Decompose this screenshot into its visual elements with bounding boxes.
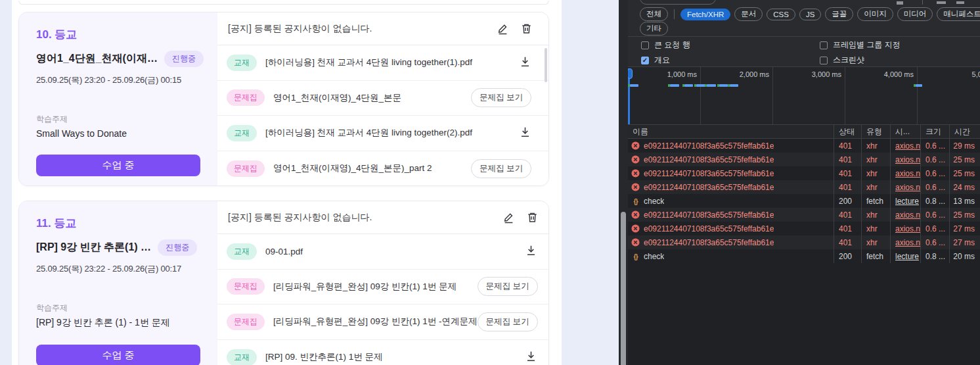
initiator-link[interactable]: lecture (895, 197, 919, 206)
error-status-icon (631, 224, 640, 233)
request-name-cell[interactable]: e0921124407108f3a65c575feffab61e (628, 208, 834, 222)
option-checkbox-1[interactable]: 큰 요청 행 (641, 39, 690, 51)
option-checkbox-3[interactable]: ✓개요 (641, 55, 670, 66)
trash-icon[interactable] (520, 22, 533, 36)
request-row[interactable]: e0921124407108f3a65c575feffab61e401xhrax… (628, 153, 980, 166)
edit-icon[interactable] (496, 22, 509, 36)
type-cell: xhr (862, 180, 891, 194)
material-row[interactable]: 문제집 [리딩파워_유형편_완성] 09강 빈칸(1) 1번 문제 문제집 보기 (217, 270, 549, 305)
overview-tick-label: 5,00 (950, 70, 980, 78)
request-row[interactable]: e0921124407108f3a65c575feffab61e401xhrax… (628, 139, 980, 153)
error-status-icon (631, 183, 640, 191)
column-header-6[interactable]: 시간 (950, 125, 980, 138)
type-cell: xhr (862, 235, 891, 249)
filter-chip-fetch-xhr[interactable]: Fetch/XHR (680, 9, 730, 20)
network-overview-timeline[interactable]: 1,000 ms2,000 ms3,000 ms4,000 ms5,00 (628, 67, 980, 125)
column-header-3[interactable]: 유형 (862, 125, 891, 138)
view-workbook-button[interactable]: 문제집 보기 (471, 159, 531, 178)
filter-chip-미디어[interactable]: 미디어 (897, 7, 933, 21)
request-name-cell[interactable]: {}check (628, 194, 834, 208)
material-row[interactable]: 교재 [하이러닝용] 천재 교과서 4단원 living together(1)… (217, 45, 548, 81)
type-cell: xhr (862, 166, 891, 180)
request-name-cell[interactable]: e0921124407108f3a65c575feffab61e (628, 235, 834, 249)
request-name-cell[interactable]: e0921124407108f3a65c575feffab61e (628, 139, 834, 153)
material-row[interactable]: 교재 09-01.pdf (217, 234, 549, 270)
filter-chip-이미지[interactable]: 이미지 (857, 7, 893, 21)
filter-chip-기타[interactable]: 기타 (640, 22, 668, 36)
in-class-button[interactable]: 수업 중 (36, 345, 200, 365)
download-icon[interactable] (525, 244, 538, 257)
overview-tick-label: 2,000 ms (733, 70, 769, 78)
download-icon[interactable] (525, 350, 538, 363)
request-name-cell[interactable]: e0921124407108f3a65c575feffab61e (628, 222, 834, 235)
filter-chip-js[interactable]: JS (799, 9, 821, 20)
request-row[interactable]: {}check200fetchlecture0.8 ...13 ms (628, 194, 980, 208)
request-row[interactable]: e0921124407108f3a65c575feffab61e401xhrax… (628, 166, 980, 180)
column-header-1[interactable]: 이름 (628, 125, 834, 138)
request-row[interactable]: e0921124407108f3a65c575feffab61e401xhrax… (628, 208, 980, 222)
unchecked-checkbox-icon[interactable] (820, 57, 828, 64)
download-icon[interactable] (518, 126, 531, 139)
filter-chip-전체[interactable]: 전체 (640, 7, 668, 21)
unchecked-checkbox-icon[interactable] (641, 41, 649, 49)
material-type-badge: 교재 (227, 55, 257, 71)
initiator-link[interactable]: axios.n (895, 141, 920, 151)
in-class-button[interactable]: 수업 중 (36, 155, 200, 176)
notice-bar: [공지] 등록된 공지사항이 없습니다. (217, 201, 549, 234)
request-row[interactable]: e0921124407108f3a65c575feffab61e401xhrax… (628, 180, 980, 194)
initiator-cell: axios.n (891, 153, 921, 166)
size-cell: 0.8 ... (921, 249, 950, 263)
request-row[interactable]: e0921124407108f3a65c575feffab61e401xhrax… (628, 222, 980, 235)
overview-drag-handle[interactable] (628, 68, 633, 79)
overview-request-bar-start (728, 84, 730, 87)
network-filter-input[interactable] (640, 0, 716, 5)
initiator-link[interactable]: axios.n (895, 224, 920, 233)
material-row[interactable]: 문제집 영어1_천재(이재영)_4단원_본문 문제집 보기 (217, 81, 548, 116)
request-row[interactable]: e0921124407108f3a65c575feffab61e401xhrax… (628, 235, 980, 249)
material-type-badge: 문제집 (227, 89, 265, 106)
option-checkbox-4[interactable]: 스크린샷 (820, 55, 864, 66)
initiator-link[interactable]: axios.n (895, 238, 920, 247)
request-name-cell[interactable]: e0921124407108f3a65c575feffab61e (628, 180, 834, 194)
scrollbar-track[interactable] (619, 0, 628, 365)
unchecked-checkbox-icon[interactable] (820, 41, 828, 49)
initiator-cell: axios.n (891, 208, 921, 222)
request-row[interactable]: {}check200fetchlecture0.8 ...20 ms (628, 249, 980, 263)
previous-card-bottom-edge (18, 1, 549, 5)
materials-scrollbar-thumb[interactable] (545, 48, 547, 82)
checked-checkbox-icon[interactable]: ✓ (641, 57, 649, 64)
filter-chip-매니페스트[interactable]: 매니페스트 (937, 7, 980, 21)
initiator-link[interactable]: axios.n (895, 169, 920, 178)
trash-icon[interactable] (526, 211, 539, 224)
view-workbook-button[interactable]: 문제집 보기 (471, 88, 531, 107)
material-row[interactable]: 문제집 [리딩파워_유형편_완성] 09강 빈칸(1) 1번 -연계문제 문제집… (217, 304, 549, 340)
filter-chip-글꼴[interactable]: 글꼴 (825, 7, 853, 21)
column-header-4[interactable]: 시... (891, 125, 921, 138)
request-name-cell[interactable]: e0921124407108f3a65c575feffab61e (628, 153, 834, 166)
view-workbook-button[interactable]: 문제집 보기 (478, 312, 538, 331)
scrollbar-thumb[interactable] (621, 212, 626, 365)
filter-chip-문서[interactable]: 문서 (734, 7, 763, 21)
material-row[interactable]: 교재 [RP] 09. 빈칸추론(1) 1번 문제 (217, 340, 549, 365)
material-type-badge: 교재 (227, 243, 257, 260)
view-workbook-button[interactable]: 문제집 보기 (478, 277, 538, 296)
size-cell: 0.6 ... (921, 166, 950, 180)
status-cell: 401 (834, 139, 862, 153)
devtools-content: 전체Fetch/XHR문서CSSJS글꼴이미지미디어매니페스트소켓Wasm 기타… (628, 0, 980, 365)
column-header-5[interactable]: 크기 (921, 125, 950, 138)
edit-icon[interactable] (502, 211, 516, 224)
initiator-link[interactable]: axios.n (895, 210, 920, 220)
initiator-link[interactable]: axios.n (895, 155, 920, 164)
request-name-cell[interactable]: {}check (628, 249, 834, 263)
material-row[interactable]: 교재 [하이러닝용] 천재 교과서 4단원 living together(2)… (217, 116, 548, 151)
initiator-link[interactable]: lecture (895, 252, 919, 261)
request-name-cell[interactable]: e0921124407108f3a65c575feffab61e (628, 166, 834, 180)
overview-gridline (772, 67, 773, 124)
filter-chip-css[interactable]: CSS (767, 9, 795, 20)
download-icon[interactable] (518, 55, 531, 68)
status-cell: 401 (834, 235, 862, 249)
column-header-2[interactable]: 상태 (834, 125, 862, 138)
initiator-link[interactable]: axios.n (895, 183, 920, 192)
option-checkbox-2[interactable]: 프레임별 그룹 지정 (820, 39, 901, 51)
material-row[interactable]: 문제집 영어1_천재(이재영)_4단원_본문)_part 2 문제집 보기 (217, 151, 548, 186)
